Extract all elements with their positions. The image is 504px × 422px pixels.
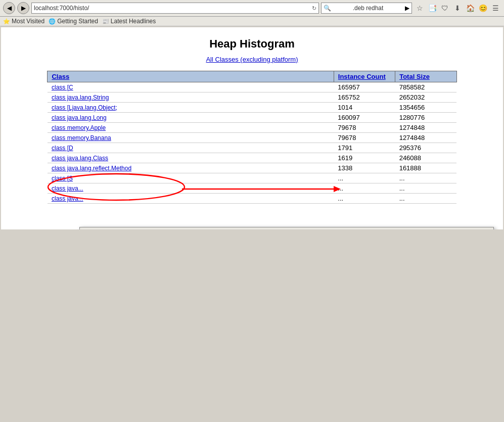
table-row: class java.lang.Class1619246088 [48, 153, 456, 163]
class-link[interactable]: class java.lang.Long [52, 114, 107, 121]
instance-count-cell: 1014 [334, 103, 395, 113]
back-button[interactable]: ◀ [3, 2, 15, 14]
histogram-table: Class Instance Count Total Size class [C… [47, 71, 456, 204]
class-link[interactable]: class [C [52, 84, 73, 91]
instance-count-cell: 1338 [334, 163, 395, 173]
class-link[interactable]: class [S [52, 175, 73, 182]
reload-button[interactable]: ↻ [312, 5, 316, 12]
class-link[interactable]: class java... [52, 185, 83, 192]
size-header: Total Size [395, 71, 456, 82]
count-header: Instance Count [334, 71, 395, 82]
page-title: Heap Histogram [11, 37, 493, 51]
class-link[interactable]: class [D [52, 145, 73, 152]
bookmark-icon[interactable]: 📑 [427, 3, 438, 14]
total-size-cell: ... [395, 183, 456, 194]
browser-window: ◀ ▶ localhost:7000/histo/ ↻ 🔍 .deb redha… [0, 0, 504, 422]
instance-count-cell: 79678 [334, 133, 395, 143]
count-header-link[interactable]: Instance Count [338, 73, 386, 80]
total-size-cell: ... [395, 173, 456, 183]
bookmark-label-3: Latest Headlines [111, 18, 156, 25]
bookmarks-bar: ⭐ Most Visited 🌐 Getting Started 📰 Lates… [0, 17, 504, 26]
all-classes-link-container: All Classes (excluding platform) [11, 56, 493, 63]
toolbar-icons: ☆ 📑 🛡 ⬇ 🏠 😊 ☰ [414, 3, 501, 14]
globe-icon: 🌐 [49, 18, 56, 25]
home-icon[interactable]: 🏠 [465, 3, 476, 14]
total-size-cell: 1354656 [395, 103, 456, 113]
table-row: class java......... [48, 183, 456, 194]
class-link[interactable]: class memory.Apple [52, 124, 106, 131]
bookmark-most-visited[interactable]: ⭐ Most Visited [3, 18, 44, 25]
total-size-cell: 7858582 [395, 82, 456, 92]
table-row: class [C1659577858582 [48, 82, 456, 92]
instance-count-cell: 165752 [334, 92, 395, 103]
total-size-cell: 161888 [395, 163, 456, 173]
table-row: class [Ljava.lang.Object;10141354656 [48, 103, 456, 113]
search-go-icon[interactable]: ▶ [405, 5, 409, 12]
instance-count-cell: 1619 [334, 153, 395, 163]
size-header-link[interactable]: Total Size [399, 73, 430, 80]
total-size-cell: 1274848 [395, 133, 456, 143]
total-size-cell: 2652032 [395, 92, 456, 103]
instance-count-cell: 1791 [334, 143, 395, 153]
forward-button[interactable]: ▶ [17, 2, 29, 14]
download-icon[interactable]: ⬇ [452, 3, 463, 14]
page-content: Heap Histogram All Classes (excluding pl… [1, 27, 503, 229]
instance-count-cell: ... [334, 194, 395, 204]
url-text: localhost:7000/histo/ [34, 5, 89, 12]
class-link[interactable]: class [Ljava.lang.Object; [52, 104, 117, 111]
browser-toolbar: ◀ ▶ localhost:7000/histo/ ↻ 🔍 .deb redha… [0, 0, 504, 17]
instance-count-cell: ... [334, 183, 395, 194]
search-text: .deb redhat [353, 5, 384, 12]
class-header: Class [48, 71, 334, 82]
table-row: class java......... [48, 194, 456, 204]
table-row: class java.lang.Long1600971280776 [48, 113, 456, 123]
star-icon[interactable]: ☆ [414, 3, 425, 14]
second-browser-toolbar: ◀ ▶ localhost:7000/showInstanceCounts/ ↻… [80, 227, 493, 229]
class-header-link[interactable]: Class [52, 73, 69, 80]
total-size-cell: ... [395, 194, 456, 204]
table-row: class [S...... [48, 173, 456, 183]
user-icon[interactable]: 😊 [477, 3, 488, 14]
bookmark-label-2: Getting Started [57, 18, 98, 25]
table-row: class java.lang.String1657522652032 [48, 92, 456, 103]
search-icon: 🔍 [324, 5, 331, 12]
news-icon: 📰 [102, 18, 109, 25]
table-row: class [D1791295376 [48, 143, 456, 153]
table-row: class memory.Apple796781274848 [48, 123, 456, 133]
table-row: class memory.Banana796781274848 [48, 133, 456, 143]
instance-count-cell: 160097 [334, 113, 395, 123]
total-size-cell: 295376 [395, 143, 456, 153]
bookmark-label-1: Most Visited [12, 18, 44, 25]
class-link[interactable]: class java.lang.Class [52, 155, 108, 162]
second-browser-window: ◀ ▶ localhost:7000/showInstanceCounts/ ↻… [79, 227, 494, 229]
address-bar[interactable]: localhost:7000/histo/ ↻ [31, 3, 319, 14]
star-bookmark-icon: ⭐ [3, 18, 10, 25]
class-link[interactable]: class memory.Banana [52, 134, 111, 142]
bookmark-getting-started[interactable]: 🌐 Getting Started [49, 18, 98, 25]
search-bar[interactable]: 🔍 .deb redhat ▶ [321, 3, 412, 14]
menu-icon[interactable]: ☰ [490, 3, 501, 14]
instance-count-cell: 79678 [334, 123, 395, 133]
table-row: class java.lang.reflect.Method1338161888 [48, 163, 456, 173]
class-link[interactable]: class java.lang.String [52, 94, 109, 101]
instance-count-cell: 165957 [334, 82, 395, 92]
total-size-cell: 1274848 [395, 123, 456, 133]
bookmark-headlines[interactable]: 📰 Latest Headlines [102, 18, 156, 25]
shield-icon[interactable]: 🛡 [439, 3, 450, 14]
class-link[interactable]: class java.lang.reflect.Method [52, 165, 131, 172]
instance-count-cell: ... [334, 173, 395, 183]
total-size-cell: 1280776 [395, 113, 456, 123]
class-link[interactable]: class java... [52, 195, 83, 202]
total-size-cell: 246088 [395, 153, 456, 163]
all-classes-link[interactable]: All Classes (excluding platform) [206, 56, 298, 63]
